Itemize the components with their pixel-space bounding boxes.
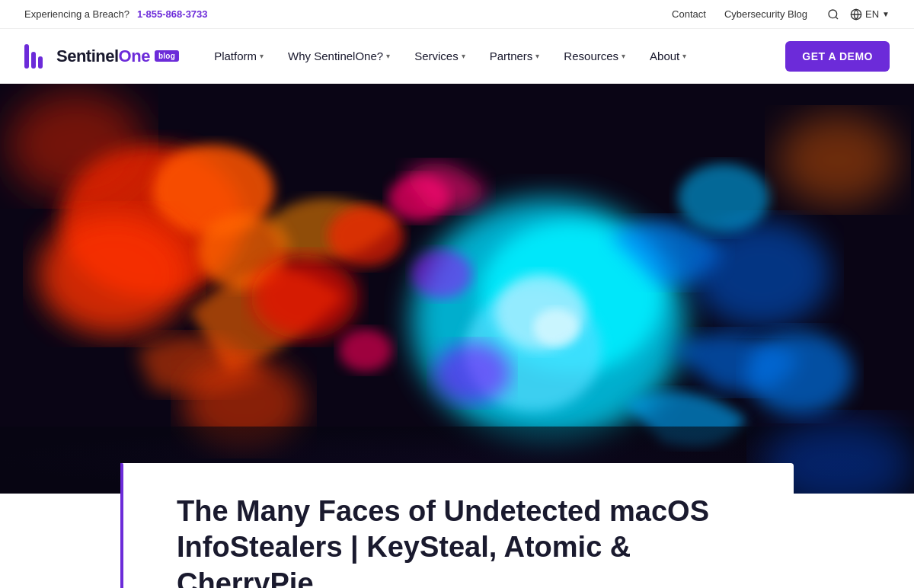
- nav-item-platform[interactable]: Platform ▾: [203, 43, 274, 69]
- get-demo-button[interactable]: GET A DEMO: [785, 41, 890, 72]
- top-bar: Experiencing a Breach? 1-855-868-3733 Co…: [0, 0, 914, 29]
- lang-chevron-icon: ▼: [882, 10, 890, 18]
- hero-image: [0, 84, 914, 494]
- nav-item-partners[interactable]: Partners ▾: [479, 43, 551, 69]
- svg-point-22: [533, 308, 579, 347]
- breach-label: Experiencing a Breach?: [24, 8, 129, 20]
- platform-chevron-icon: ▾: [260, 52, 264, 60]
- platform-label: Platform: [214, 50, 257, 62]
- svg-point-18: [678, 164, 769, 232]
- breach-notice: Experiencing a Breach? 1-855-868-3733: [24, 8, 208, 20]
- search-icon: [827, 8, 839, 21]
- search-button[interactable]: [826, 7, 841, 22]
- why-chevron-icon: ▾: [386, 52, 390, 60]
- svg-point-24: [777, 114, 899, 206]
- logo-bar-tall: [24, 44, 29, 69]
- resources-label: Resources: [564, 50, 618, 62]
- article-card: The Many Faces of Undetected macOS InfoS…: [120, 463, 794, 589]
- one-text: One: [119, 46, 150, 66]
- about-chevron-icon: ▾: [682, 52, 686, 60]
- svg-point-17: [746, 331, 853, 415]
- cybersecurity-blog-link[interactable]: Cybersecurity Blog: [724, 8, 807, 20]
- svg-point-15: [339, 329, 392, 372]
- svg-point-0: [829, 10, 837, 18]
- resources-chevron-icon: ▾: [622, 52, 625, 60]
- about-label: About: [650, 50, 679, 62]
- article-title: The Many Faces of Undetected macOS InfoS…: [161, 494, 756, 589]
- main-navigation: SentinelOne blog Platform ▾ Why Sentinel…: [0, 29, 914, 84]
- nav-item-resources[interactable]: Resources ▾: [553, 43, 636, 69]
- blog-badge: blog: [155, 50, 179, 62]
- nav-items: Platform ▾ Why SentinelOne? ▾ Services ▾…: [203, 43, 785, 69]
- logo-bars: [24, 44, 43, 69]
- svg-point-9: [38, 213, 190, 335]
- partners-chevron-icon: ▾: [535, 52, 539, 60]
- article-accent-bar: [120, 463, 123, 589]
- top-bar-icons: EN ▼: [826, 7, 890, 22]
- sentinel-text: Sentinel: [56, 46, 119, 66]
- svg-point-25: [8, 91, 145, 198]
- nav-item-about[interactable]: About ▾: [639, 43, 697, 69]
- breach-phone-link[interactable]: 1-855-868-3733: [137, 8, 208, 20]
- svg-point-20: [411, 250, 472, 299]
- nav-item-services[interactable]: Services ▾: [404, 43, 476, 69]
- globe-icon: [850, 8, 862, 21]
- partners-label: Partners: [490, 50, 533, 62]
- services-chevron-icon: ▾: [462, 52, 465, 60]
- logo-bar-short: [38, 56, 43, 69]
- svg-point-11: [251, 255, 358, 339]
- nav-item-why-sentinelone[interactable]: Why SentinelOne? ▾: [277, 43, 401, 69]
- logo-text: SentinelOne: [56, 46, 150, 66]
- language-selector[interactable]: EN ▼: [850, 8, 890, 21]
- contact-link[interactable]: Contact: [672, 8, 706, 20]
- services-label: Services: [414, 50, 459, 62]
- logo-bar-medium: [31, 52, 36, 69]
- svg-point-16: [693, 221, 830, 328]
- svg-point-12: [328, 206, 404, 267]
- svg-point-19: [434, 343, 510, 404]
- lang-label: EN: [865, 8, 879, 20]
- why-sentinelone-label: Why SentinelOne?: [288, 50, 383, 62]
- hero-section: The Many Faces of Undetected macOS InfoS…: [0, 84, 914, 494]
- logo-link[interactable]: SentinelOne blog: [24, 44, 179, 69]
- logo-icon: [24, 44, 43, 69]
